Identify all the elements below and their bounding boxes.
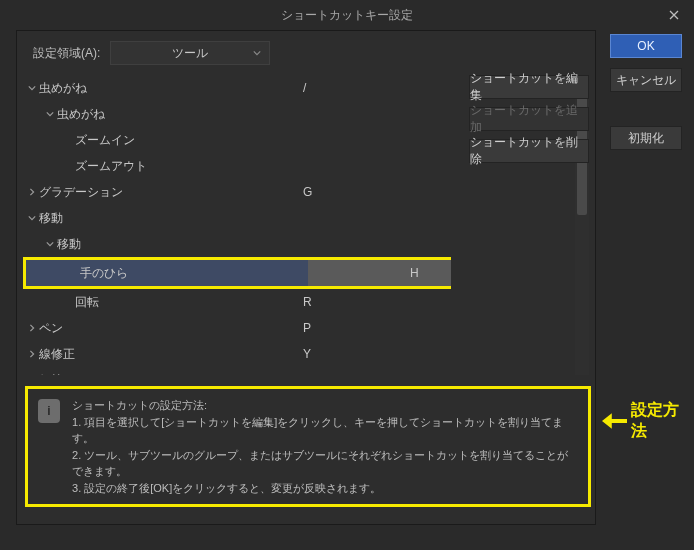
tree-row[interactable]: グラデーションG xyxy=(21,179,451,205)
info-icon: i xyxy=(38,399,60,423)
info-panel: i ショートカットの設定方法: 1. 項目を選択して[ショートカットを編集]をク… xyxy=(25,386,591,507)
arrow-left-icon xyxy=(602,413,627,429)
chevron-down-icon xyxy=(253,46,261,60)
titlebar: ショートカットキー設定 xyxy=(0,0,694,30)
chevron-down-icon[interactable] xyxy=(25,214,39,222)
dialog-title: ショートカットキー設定 xyxy=(281,7,413,24)
close-button[interactable] xyxy=(654,0,694,30)
tree-item-label: 手のひら xyxy=(80,265,128,282)
tree-item-label: 移動 xyxy=(39,210,63,227)
cancel-button[interactable]: キャンセル xyxy=(610,68,682,92)
close-icon xyxy=(669,10,679,20)
tree-item-label: ズームイン xyxy=(75,132,135,149)
shortcut-tree-wrap: 虫めがね/虫めがねズームインズームアウトグラデーションG移動移動手のひらH回転R… xyxy=(21,75,587,375)
tree-item-shortcut: P xyxy=(303,373,443,375)
delete-shortcut-button[interactable]: ショートカットを削除 xyxy=(469,139,589,163)
annotation-arrow: 設定方法 xyxy=(602,400,694,442)
tree-row[interactable]: ズームアウト xyxy=(21,153,451,179)
tree-row[interactable]: 虫めがね/ xyxy=(21,75,451,101)
tree-item-label: 回転 xyxy=(75,294,99,311)
reset-button[interactable]: 初期化 xyxy=(610,126,682,150)
tree-row[interactable]: 移動 xyxy=(21,205,451,231)
chevron-right-icon[interactable] xyxy=(25,324,39,332)
chevron-down-icon[interactable] xyxy=(43,110,57,118)
tree-row[interactable]: 線修正Y xyxy=(21,341,451,367)
annotation-label: 設定方法 xyxy=(631,400,694,442)
side-actions: ショートカットを編集 ショートカットを追加 ショートカットを削除 xyxy=(469,75,589,163)
tree-item-shortcut: P xyxy=(303,321,443,335)
tree-row[interactable]: 虫めがね xyxy=(21,101,451,127)
tree-item-label: 移動 xyxy=(57,236,81,253)
chevron-down-icon[interactable] xyxy=(25,84,39,92)
add-shortcut-button: ショートカットを追加 xyxy=(469,107,589,131)
main-panel: 設定領域(A): ツール 虫めがね/虫めがねズームインズームアウトグラデーション… xyxy=(16,30,596,525)
tree-item-label: 虫めがね xyxy=(57,106,105,123)
tree-item-label: ペン xyxy=(39,320,63,337)
selected-row-highlight: 手のひらH xyxy=(23,257,451,289)
tree-item-label: ズームアウト xyxy=(75,158,147,175)
tree-item-label: グラデーション xyxy=(39,184,123,201)
settings-area-label: 設定領域(A): xyxy=(33,45,100,62)
tree-item-shortcut: H xyxy=(410,266,451,280)
tree-item-shortcut: R xyxy=(303,295,443,309)
tree-row[interactable]: ペンP xyxy=(21,315,451,341)
tree-item-shortcut: G xyxy=(303,185,443,199)
tree-item-shortcut: Y xyxy=(303,347,443,361)
settings-area-select[interactable]: ツール xyxy=(110,41,270,65)
chevron-right-icon[interactable] xyxy=(25,188,39,196)
settings-area-row: 設定領域(A): ツール xyxy=(17,31,595,75)
settings-area-value: ツール xyxy=(172,45,208,62)
ok-button[interactable]: OK xyxy=(610,34,682,58)
chevron-down-icon[interactable] xyxy=(43,240,57,248)
info-text: ショートカットの設定方法: 1. 項目を選択して[ショートカットを編集]をクリッ… xyxy=(72,397,578,496)
tree-item-label: 鉛筆 xyxy=(39,372,63,376)
shortcut-tree[interactable]: 虫めがね/虫めがねズームインズームアウトグラデーションG移動移動手のひらH回転R… xyxy=(21,75,451,375)
tree-item-label: 線修正 xyxy=(39,346,75,363)
tree-item-shortcut: / xyxy=(303,81,443,95)
edit-shortcut-button[interactable]: ショートカットを編集 xyxy=(469,75,589,99)
chevron-right-icon[interactable] xyxy=(25,350,39,358)
tree-row[interactable]: 鉛筆P xyxy=(21,367,451,375)
tree-row[interactable]: 回転R xyxy=(21,289,451,315)
tree-row[interactable]: ズームイン xyxy=(21,127,451,153)
tree-row[interactable]: 移動 xyxy=(21,231,451,257)
tree-item-label: 虫めがね xyxy=(39,80,87,97)
tree-row[interactable]: 手のひらH xyxy=(26,260,451,286)
dialog-buttons: OK キャンセル 初期化 xyxy=(610,34,682,150)
